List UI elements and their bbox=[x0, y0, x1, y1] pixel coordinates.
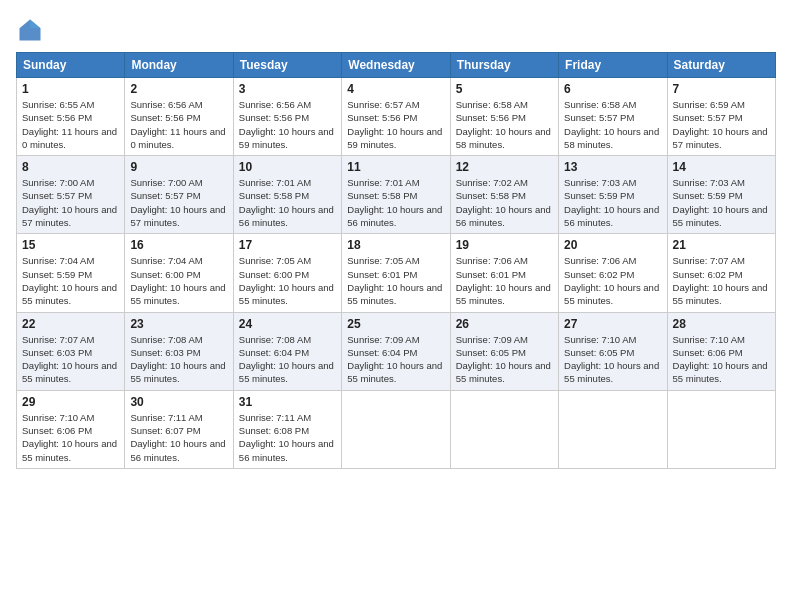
day-number: 7 bbox=[673, 82, 770, 96]
day-number: 23 bbox=[130, 317, 227, 331]
day-detail: Sunrise: 7:11 AMSunset: 6:08 PMDaylight:… bbox=[239, 411, 336, 464]
day-number: 31 bbox=[239, 395, 336, 409]
day-detail: Sunrise: 6:55 AMSunset: 5:56 PMDaylight:… bbox=[22, 98, 119, 151]
day-number: 12 bbox=[456, 160, 553, 174]
calendar-week-row: 1 Sunrise: 6:55 AMSunset: 5:56 PMDayligh… bbox=[17, 78, 776, 156]
calendar-cell bbox=[342, 390, 450, 468]
calendar-cell: 14 Sunrise: 7:03 AMSunset: 5:59 PMDaylig… bbox=[667, 156, 775, 234]
calendar-cell: 6 Sunrise: 6:58 AMSunset: 5:57 PMDayligh… bbox=[559, 78, 667, 156]
day-detail: Sunrise: 6:57 AMSunset: 5:56 PMDaylight:… bbox=[347, 98, 444, 151]
day-detail: Sunrise: 7:06 AMSunset: 6:02 PMDaylight:… bbox=[564, 254, 661, 307]
day-detail: Sunrise: 7:10 AMSunset: 6:05 PMDaylight:… bbox=[564, 333, 661, 386]
day-number: 19 bbox=[456, 238, 553, 252]
calendar-cell: 3 Sunrise: 6:56 AMSunset: 5:56 PMDayligh… bbox=[233, 78, 341, 156]
day-number: 24 bbox=[239, 317, 336, 331]
day-number: 11 bbox=[347, 160, 444, 174]
column-header-monday: Monday bbox=[125, 53, 233, 78]
calendar-cell: 16 Sunrise: 7:04 AMSunset: 6:00 PMDaylig… bbox=[125, 234, 233, 312]
day-detail: Sunrise: 7:10 AMSunset: 6:06 PMDaylight:… bbox=[22, 411, 119, 464]
calendar-cell: 21 Sunrise: 7:07 AMSunset: 6:02 PMDaylig… bbox=[667, 234, 775, 312]
day-detail: Sunrise: 7:07 AMSunset: 6:02 PMDaylight:… bbox=[673, 254, 770, 307]
day-number: 2 bbox=[130, 82, 227, 96]
calendar-cell: 25 Sunrise: 7:09 AMSunset: 6:04 PMDaylig… bbox=[342, 312, 450, 390]
day-number: 17 bbox=[239, 238, 336, 252]
calendar-week-row: 29 Sunrise: 7:10 AMSunset: 6:06 PMDaylig… bbox=[17, 390, 776, 468]
logo-icon bbox=[16, 16, 44, 44]
calendar-cell bbox=[450, 390, 558, 468]
day-detail: Sunrise: 6:56 AMSunset: 5:56 PMDaylight:… bbox=[130, 98, 227, 151]
day-detail: Sunrise: 7:06 AMSunset: 6:01 PMDaylight:… bbox=[456, 254, 553, 307]
page-header bbox=[16, 16, 776, 44]
calendar-cell: 10 Sunrise: 7:01 AMSunset: 5:58 PMDaylig… bbox=[233, 156, 341, 234]
day-number: 3 bbox=[239, 82, 336, 96]
calendar-cell: 12 Sunrise: 7:02 AMSunset: 5:58 PMDaylig… bbox=[450, 156, 558, 234]
day-number: 13 bbox=[564, 160, 661, 174]
column-header-saturday: Saturday bbox=[667, 53, 775, 78]
day-number: 5 bbox=[456, 82, 553, 96]
svg-marker-1 bbox=[30, 20, 41, 29]
day-number: 21 bbox=[673, 238, 770, 252]
day-detail: Sunrise: 7:04 AMSunset: 6:00 PMDaylight:… bbox=[130, 254, 227, 307]
calendar-cell: 30 Sunrise: 7:11 AMSunset: 6:07 PMDaylig… bbox=[125, 390, 233, 468]
calendar-cell: 22 Sunrise: 7:07 AMSunset: 6:03 PMDaylig… bbox=[17, 312, 125, 390]
calendar-cell: 18 Sunrise: 7:05 AMSunset: 6:01 PMDaylig… bbox=[342, 234, 450, 312]
day-detail: Sunrise: 7:00 AMSunset: 5:57 PMDaylight:… bbox=[22, 176, 119, 229]
day-number: 26 bbox=[456, 317, 553, 331]
column-header-sunday: Sunday bbox=[17, 53, 125, 78]
day-detail: Sunrise: 6:59 AMSunset: 5:57 PMDaylight:… bbox=[673, 98, 770, 151]
day-detail: Sunrise: 7:05 AMSunset: 6:01 PMDaylight:… bbox=[347, 254, 444, 307]
day-number: 10 bbox=[239, 160, 336, 174]
day-number: 25 bbox=[347, 317, 444, 331]
day-detail: Sunrise: 7:03 AMSunset: 5:59 PMDaylight:… bbox=[673, 176, 770, 229]
calendar-cell: 2 Sunrise: 6:56 AMSunset: 5:56 PMDayligh… bbox=[125, 78, 233, 156]
calendar-cell: 26 Sunrise: 7:09 AMSunset: 6:05 PMDaylig… bbox=[450, 312, 558, 390]
day-detail: Sunrise: 6:58 AMSunset: 5:57 PMDaylight:… bbox=[564, 98, 661, 151]
day-detail: Sunrise: 7:00 AMSunset: 5:57 PMDaylight:… bbox=[130, 176, 227, 229]
day-number: 9 bbox=[130, 160, 227, 174]
day-detail: Sunrise: 7:10 AMSunset: 6:06 PMDaylight:… bbox=[673, 333, 770, 386]
day-number: 22 bbox=[22, 317, 119, 331]
day-detail: Sunrise: 6:58 AMSunset: 5:56 PMDaylight:… bbox=[456, 98, 553, 151]
day-number: 4 bbox=[347, 82, 444, 96]
day-detail: Sunrise: 6:56 AMSunset: 5:56 PMDaylight:… bbox=[239, 98, 336, 151]
calendar-week-row: 15 Sunrise: 7:04 AMSunset: 5:59 PMDaylig… bbox=[17, 234, 776, 312]
day-detail: Sunrise: 7:05 AMSunset: 6:00 PMDaylight:… bbox=[239, 254, 336, 307]
day-number: 14 bbox=[673, 160, 770, 174]
calendar-cell: 24 Sunrise: 7:08 AMSunset: 6:04 PMDaylig… bbox=[233, 312, 341, 390]
day-number: 28 bbox=[673, 317, 770, 331]
calendar-cell: 31 Sunrise: 7:11 AMSunset: 6:08 PMDaylig… bbox=[233, 390, 341, 468]
calendar-week-row: 8 Sunrise: 7:00 AMSunset: 5:57 PMDayligh… bbox=[17, 156, 776, 234]
day-detail: Sunrise: 7:01 AMSunset: 5:58 PMDaylight:… bbox=[239, 176, 336, 229]
column-header-thursday: Thursday bbox=[450, 53, 558, 78]
calendar-cell bbox=[667, 390, 775, 468]
calendar-cell: 7 Sunrise: 6:59 AMSunset: 5:57 PMDayligh… bbox=[667, 78, 775, 156]
column-header-wednesday: Wednesday bbox=[342, 53, 450, 78]
day-number: 18 bbox=[347, 238, 444, 252]
day-detail: Sunrise: 7:02 AMSunset: 5:58 PMDaylight:… bbox=[456, 176, 553, 229]
day-detail: Sunrise: 7:09 AMSunset: 6:05 PMDaylight:… bbox=[456, 333, 553, 386]
calendar-cell: 23 Sunrise: 7:08 AMSunset: 6:03 PMDaylig… bbox=[125, 312, 233, 390]
day-detail: Sunrise: 7:11 AMSunset: 6:07 PMDaylight:… bbox=[130, 411, 227, 464]
calendar-header-row: SundayMondayTuesdayWednesdayThursdayFrid… bbox=[17, 53, 776, 78]
day-number: 8 bbox=[22, 160, 119, 174]
day-number: 30 bbox=[130, 395, 227, 409]
day-number: 1 bbox=[22, 82, 119, 96]
day-number: 20 bbox=[564, 238, 661, 252]
calendar-cell: 19 Sunrise: 7:06 AMSunset: 6:01 PMDaylig… bbox=[450, 234, 558, 312]
logo bbox=[16, 16, 48, 44]
day-number: 15 bbox=[22, 238, 119, 252]
calendar-table: SundayMondayTuesdayWednesdayThursdayFrid… bbox=[16, 52, 776, 469]
day-number: 16 bbox=[130, 238, 227, 252]
calendar-week-row: 22 Sunrise: 7:07 AMSunset: 6:03 PMDaylig… bbox=[17, 312, 776, 390]
calendar-cell: 29 Sunrise: 7:10 AMSunset: 6:06 PMDaylig… bbox=[17, 390, 125, 468]
day-detail: Sunrise: 7:07 AMSunset: 6:03 PMDaylight:… bbox=[22, 333, 119, 386]
day-detail: Sunrise: 7:09 AMSunset: 6:04 PMDaylight:… bbox=[347, 333, 444, 386]
calendar-cell: 27 Sunrise: 7:10 AMSunset: 6:05 PMDaylig… bbox=[559, 312, 667, 390]
day-number: 29 bbox=[22, 395, 119, 409]
day-detail: Sunrise: 7:04 AMSunset: 5:59 PMDaylight:… bbox=[22, 254, 119, 307]
calendar-cell: 11 Sunrise: 7:01 AMSunset: 5:58 PMDaylig… bbox=[342, 156, 450, 234]
calendar-cell bbox=[559, 390, 667, 468]
calendar-cell: 13 Sunrise: 7:03 AMSunset: 5:59 PMDaylig… bbox=[559, 156, 667, 234]
calendar-cell: 28 Sunrise: 7:10 AMSunset: 6:06 PMDaylig… bbox=[667, 312, 775, 390]
day-number: 6 bbox=[564, 82, 661, 96]
